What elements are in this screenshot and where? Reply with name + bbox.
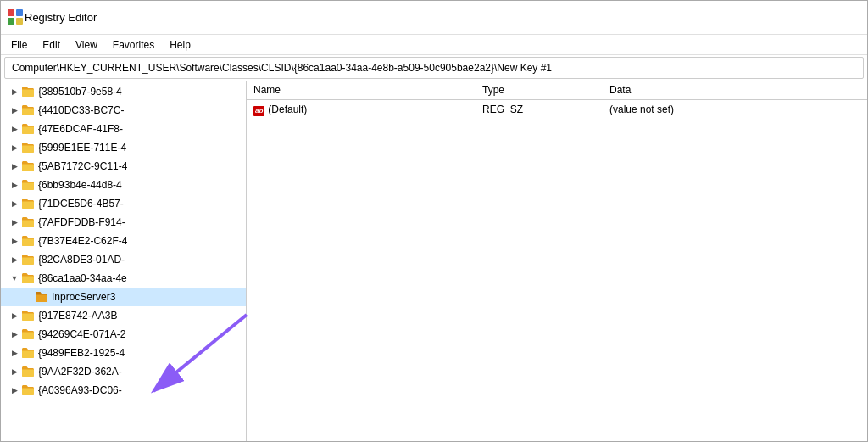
menu-bar: File Edit View Favorites Help xyxy=(1,35,867,55)
tree-arrow-collapsed[interactable] xyxy=(8,104,21,117)
folder-icon xyxy=(35,290,48,304)
tree-label: {7B37E4E2-C62F-4 xyxy=(38,235,127,247)
tree-arrow-collapsed[interactable] xyxy=(8,253,21,266)
menu-view[interactable]: View xyxy=(69,37,104,53)
tree-item[interactable]: {917E8742-AA3B xyxy=(1,306,246,325)
tree-item[interactable]: {71DCE5D6-4B57- xyxy=(1,194,246,213)
tree-label: {6bb93b4e-44d8-4 xyxy=(38,179,122,191)
tree-item[interactable]: {82CA8DE3-01AD- xyxy=(1,250,246,269)
tree-arrow-collapsed[interactable] xyxy=(8,178,21,192)
menu-help[interactable]: Help xyxy=(163,37,198,53)
tree-arrow-collapsed[interactable] xyxy=(8,215,21,229)
tree-arrow-collapsed[interactable] xyxy=(8,122,21,136)
tree-item[interactable]: {86ca1aa0-34aa-4e xyxy=(1,269,246,288)
folder-icon xyxy=(21,178,35,192)
tree-panel[interactable]: {389510b7-9e58-4 {4410DC33-BC7C- {47E6DC… xyxy=(1,81,247,441)
folder-icon xyxy=(21,215,35,229)
cell-type: REG_SZ xyxy=(476,100,603,120)
tree-item[interactable]: InprocServer3 xyxy=(1,288,246,306)
folder-icon xyxy=(21,327,35,341)
folder-icon xyxy=(21,271,35,285)
folder-icon xyxy=(21,383,35,397)
folder-icon xyxy=(21,365,35,378)
folder-icon xyxy=(21,85,35,98)
tree-label: {9489FEB2-1925-4 xyxy=(38,347,125,359)
col-type: Type xyxy=(476,81,603,100)
menu-file[interactable]: File xyxy=(4,37,34,53)
folder-icon xyxy=(21,159,35,173)
tree-item[interactable]: {94269C4E-071A-2 xyxy=(1,325,246,344)
tree-arrow-collapsed[interactable] xyxy=(8,85,21,98)
tree-item[interactable]: {7B37E4E2-C62F-4 xyxy=(1,232,246,250)
title-bar: Registry Editor xyxy=(1,1,867,35)
folder-icon xyxy=(21,253,35,266)
tree-arrow-collapsed[interactable] xyxy=(8,346,21,360)
tree-item[interactable]: {47E6DCAF-41F8- xyxy=(1,120,246,138)
tree-item[interactable]: {A0396A93-DC06- xyxy=(1,381,246,400)
tree-item[interactable]: {389510b7-9e58-4 xyxy=(1,82,246,101)
col-name: Name xyxy=(247,81,476,100)
tree-label: {82CA8DE3-01AD- xyxy=(38,254,125,266)
folder-icon xyxy=(21,197,35,210)
folder-icon xyxy=(21,122,35,136)
reg-value-icon: ab xyxy=(253,106,264,116)
tree-label: {94269C4E-071A-2 xyxy=(38,328,125,340)
right-panel: Name Type Data ab(Default)REG_SZ(value n… xyxy=(247,81,867,441)
tree-item[interactable]: {7AFDFDDB-F914- xyxy=(1,213,246,232)
tree-item[interactable]: {4410DC33-BC7C- xyxy=(1,101,246,120)
tree-arrow-collapsed[interactable] xyxy=(8,327,21,341)
tree-arrow-collapsed[interactable] xyxy=(8,197,21,210)
table-row[interactable]: ab(Default)REG_SZ(value not set) xyxy=(247,100,867,120)
tree-arrow-collapsed[interactable] xyxy=(8,365,21,378)
tree-arrow-collapsed[interactable] xyxy=(8,383,21,397)
tree-label: {917E8742-AA3B xyxy=(38,310,117,322)
tree-label: {5999E1EE-711E-4 xyxy=(38,142,126,154)
col-data: Data xyxy=(603,81,867,100)
main-content: {389510b7-9e58-4 {4410DC33-BC7C- {47E6DC… xyxy=(1,81,867,441)
tree-item[interactable]: {5AB7172C-9C11-4 xyxy=(1,157,246,176)
folder-icon xyxy=(21,104,35,117)
tree-label: {71DCE5D6-4B57- xyxy=(38,198,124,210)
tree-arrow-collapsed[interactable] xyxy=(8,159,21,173)
detail-table: Name Type Data ab(Default)REG_SZ(value n… xyxy=(247,81,867,120)
tree-label: {9AA2F32D-362A- xyxy=(38,366,122,378)
tree-item[interactable]: {9489FEB2-1925-4 xyxy=(1,344,246,362)
window-title: Registry Editor xyxy=(25,11,97,24)
tree-item[interactable]: {6bb93b4e-44d8-4 xyxy=(1,176,246,194)
address-path: Computer\HKEY_CURRENT_USER\Software\Clas… xyxy=(12,62,552,74)
tree-label: {47E6DCAF-41F8- xyxy=(38,123,123,135)
cell-name: ab(Default) xyxy=(247,100,476,120)
tree-label: {7AFDFDDB-F914- xyxy=(38,216,125,228)
detail-scroll[interactable]: Name Type Data ab(Default)REG_SZ(value n… xyxy=(247,81,867,441)
tree-arrow-collapsed[interactable] xyxy=(8,234,21,248)
cell-data: (value not set) xyxy=(603,100,867,120)
tree-label: InprocServer3 xyxy=(52,291,115,303)
folder-icon xyxy=(21,141,35,154)
menu-favorites[interactable]: Favorites xyxy=(106,37,161,53)
tree-arrow-collapsed[interactable] xyxy=(8,309,21,322)
tree-arrow-collapsed[interactable] xyxy=(8,141,21,154)
folder-icon xyxy=(21,346,35,360)
address-bar[interactable]: Computer\HKEY_CURRENT_USER\Software\Clas… xyxy=(4,57,864,79)
tree-item[interactable]: {5999E1EE-711E-4 xyxy=(1,138,246,157)
menu-edit[interactable]: Edit xyxy=(36,37,67,53)
tree-label: {5AB7172C-9C11-4 xyxy=(38,160,127,172)
tree-label: {389510b7-9e58-4 xyxy=(38,86,122,98)
tree-label: {A0396A93-DC06- xyxy=(38,384,122,396)
tree-item[interactable]: {9AA2F32D-362A- xyxy=(1,362,246,381)
tree-label: {86ca1aa0-34aa-4e xyxy=(38,272,127,284)
app-icon xyxy=(8,9,25,26)
tree-arrow-expanded[interactable] xyxy=(8,271,21,285)
folder-icon xyxy=(21,309,35,322)
tree-label: {4410DC33-BC7C- xyxy=(38,104,124,116)
folder-icon xyxy=(21,234,35,248)
